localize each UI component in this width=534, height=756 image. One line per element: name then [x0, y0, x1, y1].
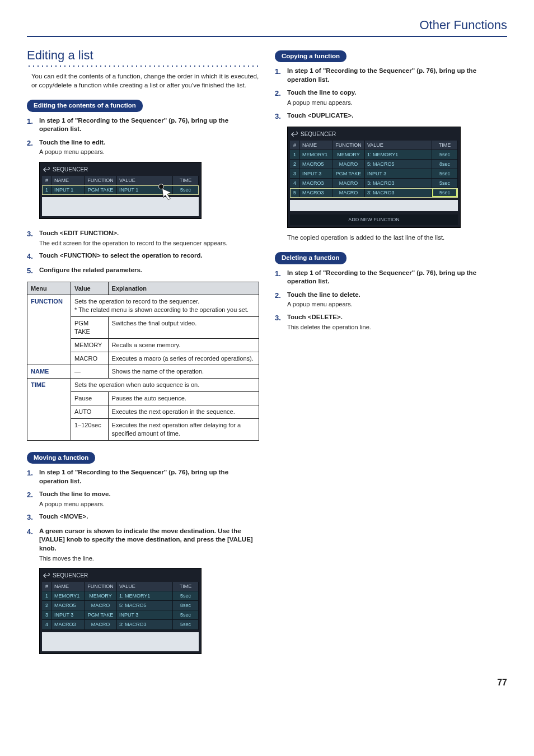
- seq-row: 1MEMORY1MEMORY1: MEMORY15sec: [290, 150, 458, 160]
- copy-after-text: The copied operation is added to the las…: [287, 234, 507, 242]
- seq-blank-area: [42, 632, 199, 651]
- exp: Pauses the auto sequence.: [108, 392, 259, 405]
- th-explanation: Explanation: [108, 282, 259, 295]
- page-header: Other Functions: [27, 17, 507, 37]
- th-menu: Menu: [27, 282, 71, 295]
- step-subtext: The edit screen for the operation to rec…: [39, 239, 259, 248]
- time-note: Sets the operation when auto sequence is…: [71, 379, 259, 392]
- val: Pause: [71, 392, 109, 405]
- seq-row: 1MEMORY1MEMORY1: MEMORY15sec: [42, 591, 199, 601]
- seq-row-highlighted: 5MACRO3MACRO3: MACRO35sec: [290, 188, 458, 198]
- sequencer-screenshot-edit: SEQUENCER # NAME FUNCTION VALUE TIME 1 I…: [39, 162, 202, 219]
- step-text: In step 1 of "Recording to the Sequencer…: [39, 116, 259, 134]
- steps-copying: 1. In step 1 of "Recording to the Sequen…: [275, 67, 507, 121]
- val: AUTO: [71, 405, 109, 418]
- seq-row: 2MACRO5MACRO5: MACRO58sec: [42, 601, 199, 610]
- menu-name: NAME: [27, 365, 71, 379]
- step-text: Touch <EDIT FUNCTION>.: [39, 229, 259, 238]
- sequencer-title: SEQUENCER: [53, 166, 88, 174]
- exp: Executes the next operation after delayi…: [108, 418, 259, 440]
- steps-moving: 1. In step 1 of "Recording to the Sequen…: [27, 468, 259, 562]
- touch-cursor-icon: [156, 183, 176, 203]
- subheading-edit-contents: Editing the contents of a function: [27, 100, 143, 112]
- dotted-rule: [27, 64, 259, 68]
- val: PGM TAKE: [71, 317, 109, 339]
- val: MEMORY: [71, 338, 109, 352]
- val: MACRO: [71, 352, 109, 365]
- exp: Executes a macro (a series of recorded o…: [108, 352, 259, 365]
- subheading-deleting: Deleting a function: [275, 252, 346, 264]
- steps-deleting: 1. In step 1 of "Recording to the Sequen…: [275, 269, 507, 332]
- left-column: Editing a list You can edit the contents…: [27, 47, 259, 660]
- seq-row: 2MACRO5MACRO5: MACRO58sec: [290, 160, 458, 169]
- step-subtext: A popup menu appears.: [39, 148, 259, 156]
- right-column: Copying a function 1. In step 1 of "Reco…: [275, 47, 507, 660]
- steps-edit-contents-cont: 3. Touch <EDIT FUNCTION>. The edit scree…: [27, 229, 259, 276]
- step-text: Configure the related parameters.: [39, 266, 259, 275]
- menu-function: FUNCTION: [27, 295, 71, 365]
- step-number: 5.: [27, 266, 39, 276]
- step-text: Touch the line to edit.: [39, 138, 259, 147]
- steps-edit-contents: 1. In step 1 of "Recording to the Sequen…: [27, 116, 259, 156]
- subheading-copying: Copying a function: [275, 50, 346, 63]
- header-category: Other Functions: [27, 17, 507, 34]
- seq-row: 4MACRO3MACRO3: MACRO35sec: [290, 179, 458, 188]
- section-title: Editing a list: [27, 47, 259, 64]
- sequencer-screenshot-move: SEQUENCER # NAME FUNCTION VALUE TIME 1ME…: [39, 568, 202, 654]
- val: 1–120sec: [71, 418, 109, 440]
- step-number: 1.: [27, 116, 39, 127]
- sequencer-screenshot-copy: SEQUENCER # NAME FUNCTION VALUE TIME 1ME…: [287, 127, 461, 227]
- intro-text: You can edit the contents of a function,…: [31, 72, 259, 90]
- seq-row: 3INPUT 3PGM TAKEINPUT 35sec: [290, 169, 458, 179]
- exp: Executes the next operation in the seque…: [108, 405, 259, 418]
- parameter-table: Menu Value Explanation FUNCTION Sets the…: [27, 282, 259, 441]
- step-number: 3.: [27, 229, 39, 239]
- step-number: 2.: [27, 138, 39, 148]
- subheading-moving: Moving a function: [27, 452, 95, 464]
- exp: Switches the final output video.: [108, 317, 259, 339]
- function-note: Sets the operation to record to the sequ…: [71, 295, 259, 317]
- exp: Recalls a scene memory.: [108, 338, 259, 352]
- page-number: 77: [27, 676, 507, 689]
- step-text: Touch <FUNCTION> to select the operation…: [39, 251, 259, 260]
- svg-point-0: [159, 184, 164, 189]
- val: —: [71, 365, 109, 379]
- menu-time: TIME: [27, 379, 71, 440]
- add-new-function: ADD NEW FUNCTION: [290, 214, 458, 225]
- th-value: Value: [71, 282, 109, 295]
- exp: Shows the name of the operation.: [108, 365, 259, 379]
- back-arrow-icon: [43, 167, 50, 172]
- back-arrow-icon: [291, 132, 298, 137]
- seq-row: 3INPUT 3PGM TAKEINPUT 35sec: [42, 610, 199, 620]
- seq-row: 4MACRO3MACRO3: MACRO35sec: [42, 620, 199, 629]
- back-arrow-icon: [43, 573, 50, 578]
- step-number: 4.: [27, 251, 39, 262]
